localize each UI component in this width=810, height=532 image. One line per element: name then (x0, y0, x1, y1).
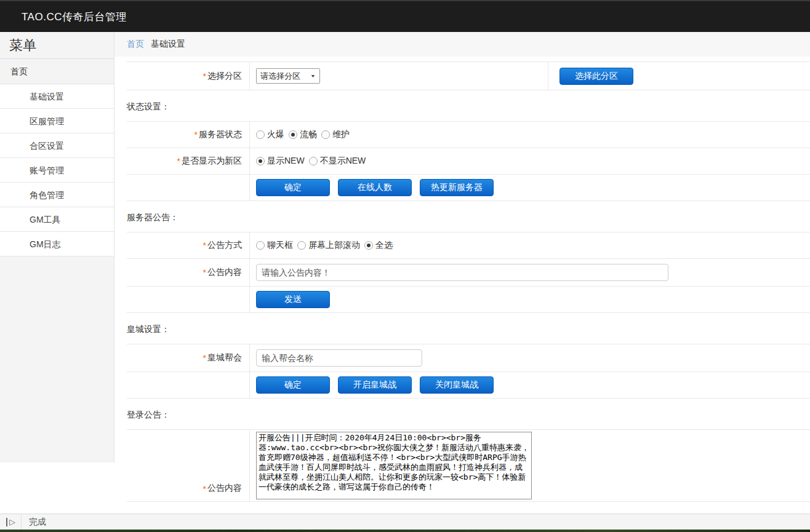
breadcrumb-current: 基础设置 (151, 39, 185, 50)
notice-method-label: 公告方式 (207, 240, 242, 251)
online-count-button[interactable]: 在线人数 (338, 179, 412, 196)
radio-select-all[interactable]: 全选 (364, 240, 393, 251)
radio-icon (321, 130, 330, 139)
notice-method-radio-group: 聊天框 屏幕上部滚动 全选 (256, 240, 397, 251)
status-text: 完成 (29, 517, 46, 528)
notice-method-label-cell: * 公告方式 (127, 232, 250, 258)
radio-maintenance-label: 维护 (332, 129, 350, 140)
status-divider (21, 514, 22, 530)
status-bar: ▷ 完成 (0, 514, 810, 530)
notice-content-row: * 公告内容 (127, 259, 810, 287)
partition-row: * 选择分区 请选择分区 ▼ 选择此分区 (127, 62, 810, 90)
required-marker: * (203, 268, 206, 277)
login-notice-label-cell: * 公告内容 (127, 430, 250, 501)
confirm-status-button[interactable]: 确定 (256, 179, 330, 196)
hot-update-server-button[interactable]: 热更新服务器 (420, 179, 494, 196)
sidebar-item-basic-settings[interactable]: 基础设置 (0, 84, 114, 109)
radio-smooth[interactable]: 流畅 (289, 129, 317, 140)
notice-method-row: * 公告方式 聊天框 屏幕上部滚动 (127, 232, 810, 259)
main-content: 首页 基础设置 * 选择分区 请选择分区 ▼ (114, 32, 810, 502)
login-notice-label: 公告内容 (207, 483, 242, 494)
confirm-palace-button[interactable]: 确定 (256, 376, 330, 394)
sidebar-item-home[interactable]: 首页 (0, 59, 114, 84)
status-section-header: 状态设置： (127, 101, 810, 113)
server-status-row: * 服务器状态 火爆 流畅 (127, 122, 810, 148)
show-new-label-cell: * 是否显示为新区 (127, 148, 250, 174)
partition-label-cell: * 选择分区 (127, 62, 250, 90)
send-button-cell: 发送 (250, 287, 810, 312)
radio-hot-label: 火爆 (267, 129, 284, 140)
palace-guild-label: 皇城帮会 (207, 352, 242, 363)
login-notice-textarea[interactable]: 开服公告|||开启时间：2020年4月24日10:00<br><br>服务器:w… (256, 432, 532, 499)
show-new-radio-group: 显示NEW 不显示NEW (256, 156, 370, 167)
radio-maintenance[interactable]: 维护 (321, 129, 350, 140)
login-notice-field-cell: 开服公告|||开启时间：2020年4月24日10:00<br><br>服务器:w… (250, 430, 810, 501)
choose-partition-button[interactable]: 选择此分区 (559, 68, 633, 85)
breadcrumb-home-link[interactable]: 首页 (127, 39, 144, 50)
server-status-radio-group: 火爆 流畅 维护 (256, 129, 354, 140)
app-header: TAO.CC传奇后台管理 (0, 0, 810, 32)
login-notice-table: * 公告内容 开服公告|||开启时间：2020年4月24日10:00<br><b… (127, 429, 810, 502)
layout: 菜单 首页 基础设置 区服管理 合区设置 账号管理 角色管理 GM工具 GM日志… (0, 32, 810, 502)
radio-icon (256, 157, 265, 165)
palace-buttons-cell: 确定 开启皇城战 关闭皇城战 (250, 372, 810, 398)
sidebar-item-role-management[interactable]: 角色管理 (0, 183, 114, 207)
radio-icon (256, 241, 265, 250)
radio-chatbox-label: 聊天框 (267, 240, 293, 251)
open-palace-war-button[interactable]: 开启皇城战 (338, 376, 412, 394)
palace-guild-input[interactable] (256, 349, 422, 367)
radio-chatbox[interactable]: 聊天框 (256, 240, 293, 251)
radio-show-new-label: 显示NEW (267, 156, 305, 167)
login-notice-row: * 公告内容 开服公告|||开启时间：2020年4月24日10:00<br><b… (127, 430, 810, 502)
send-button[interactable]: 发送 (256, 291, 330, 308)
show-new-label: 是否显示为新区 (182, 156, 242, 167)
sidebar: 菜单 首页 基础设置 区服管理 合区设置 账号管理 角色管理 GM工具 GM日志 (0, 32, 114, 463)
show-new-field-cell: 显示NEW 不显示NEW (250, 148, 810, 174)
palace-section-header: 皇城设置： (127, 324, 810, 335)
radio-select-all-label: 全选 (375, 240, 393, 251)
radio-top-scroll[interactable]: 屏幕上部滚动 (297, 240, 360, 251)
radio-show-new[interactable]: 显示NEW (256, 156, 305, 167)
sidebar-title: 菜单 (0, 32, 114, 59)
radio-hide-new-label: 不显示NEW (320, 156, 366, 167)
notice-content-input[interactable] (256, 264, 668, 281)
palace-table: * 皇城帮会 确定 开启皇城战 关闭皇城战 (127, 344, 810, 399)
sidebar-item-gm-logs[interactable]: GM日志 (0, 232, 114, 256)
status-table: * 服务器状态 火爆 流畅 (127, 121, 810, 201)
send-button-label-cell (127, 287, 250, 312)
radio-smooth-label: 流畅 (300, 129, 317, 140)
notice-content-label: 公告内容 (207, 267, 242, 278)
sidebar-item-merge-settings[interactable]: 合区设置 (0, 133, 114, 158)
settings-form: * 选择分区 请选择分区 ▼ 选择此分区 状态设置： (114, 57, 810, 502)
status-buttons-label-cell (127, 175, 250, 200)
radio-icon (364, 241, 373, 250)
app-title: TAO.CC传奇后台管理 (22, 10, 127, 24)
close-palace-war-button[interactable]: 关闭皇城战 (420, 376, 494, 394)
partition-field-cell: 请选择分区 ▼ (250, 62, 548, 90)
radio-icon (309, 157, 318, 165)
radio-hide-new[interactable]: 不显示NEW (309, 156, 366, 167)
debug-play-icon: ▷ (6, 518, 15, 526)
login-notice-section-header: 登录公告： (127, 410, 810, 421)
status-buttons-cell: 确定 在线人数 热更新服务器 (250, 175, 810, 200)
radio-hot[interactable]: 火爆 (256, 129, 284, 140)
partition-select[interactable]: 请选择分区 ▼ (256, 68, 320, 84)
chevron-down-icon: ▼ (310, 74, 316, 79)
palace-guild-field-cell (250, 344, 810, 371)
radio-icon (256, 130, 265, 139)
required-marker: * (203, 71, 206, 81)
sidebar-item-zone-management[interactable]: 区服管理 (0, 109, 114, 133)
required-marker: * (203, 353, 206, 363)
server-status-field-cell: 火爆 流畅 维护 (250, 122, 810, 148)
status-buttons-row: 确定 在线人数 热更新服务器 (127, 175, 810, 201)
partition-label: 选择分区 (207, 71, 242, 82)
sidebar-item-gm-tools[interactable]: GM工具 (0, 207, 114, 232)
required-marker: * (203, 484, 206, 494)
notice-content-label-cell: * 公告内容 (127, 259, 250, 286)
send-button-row: 发送 (127, 287, 810, 313)
desktop-wallpaper-strip (0, 530, 810, 532)
server-status-label-cell: * 服务器状态 (127, 122, 250, 148)
partition-select-value: 请选择分区 (260, 71, 300, 82)
sidebar-item-account-management[interactable]: 账号管理 (0, 158, 114, 183)
notice-method-field-cell: 聊天框 屏幕上部滚动 全选 (250, 232, 810, 258)
